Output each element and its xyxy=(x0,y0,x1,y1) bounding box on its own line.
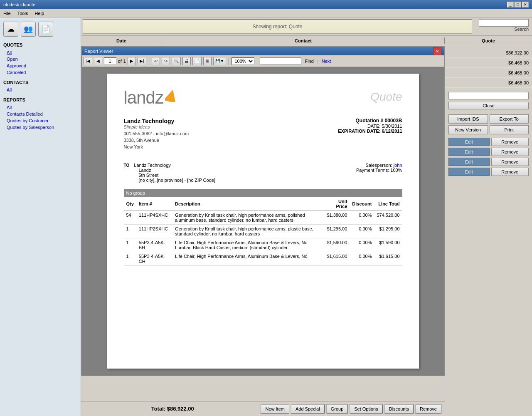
col-item: Item # xyxy=(136,197,172,211)
cloud-button[interactable]: ☁ xyxy=(3,22,18,37)
right-panel-close-button[interactable]: Close xyxy=(448,102,529,109)
sidebar-item-all-contacts[interactable]: All xyxy=(0,87,81,93)
rv-separator-2 xyxy=(229,57,229,65)
company-city: New York xyxy=(124,144,189,149)
table-group-label: No group xyxy=(124,189,402,197)
edit-button-1[interactable]: Edit xyxy=(448,138,490,146)
to-city: [no city], [no province] - [no ZIP Code] xyxy=(139,178,215,183)
col-unit-price: Unit Price xyxy=(324,197,350,211)
header-row: Showing report: Quote Search xyxy=(81,17,532,36)
rv-prev-page-btn[interactable]: ◀ xyxy=(94,57,102,65)
minimize-button[interactable]: _ xyxy=(507,2,514,7)
right-value-3: $6,468.00 xyxy=(445,68,532,78)
users-button[interactable]: 👥 xyxy=(21,22,36,37)
company-name: Landz Technology xyxy=(124,118,189,124)
rv-page-input[interactable] xyxy=(104,57,116,65)
rv-export-btn[interactable]: 💾▼ xyxy=(213,57,227,65)
export-to-button[interactable]: Export To xyxy=(490,114,529,124)
menu-bar: File Tools Help xyxy=(0,9,532,17)
company-info: Landz Technology Simple ideas 001 555-30… xyxy=(124,118,189,149)
row3-unit-price: $1,590.00 xyxy=(324,238,350,252)
remove-button[interactable]: Remove xyxy=(415,404,441,414)
sidebar-item-quotes-by-salesperson[interactable]: Quotes by Salesperson xyxy=(0,124,81,131)
to-address: TO Landz Technology Landz 5th Street [no… xyxy=(124,163,215,183)
row2-discount: 0.00% xyxy=(350,225,374,238)
sidebar-item-contacts-detailed[interactable]: Contacts Detailed xyxy=(0,111,81,117)
edit-button-2[interactable]: Edit xyxy=(448,148,490,156)
quote-column-header: Quote xyxy=(445,37,532,44)
edit-remove-row-4: Edit Remove xyxy=(445,167,532,177)
salesperson-info: Salesperson: john Payment Terms: 100% xyxy=(356,163,402,183)
right-panel-search-input[interactable] xyxy=(448,92,529,99)
import-export-row: Import IDS Export To xyxy=(448,114,529,124)
company-phone: 001 555-3082 - info@landz.com xyxy=(124,131,189,136)
to-name: Landz xyxy=(139,168,151,173)
main-search-input[interactable] xyxy=(479,19,529,27)
close-button[interactable]: ✕ xyxy=(522,2,529,7)
window-controls[interactable]: _ □ ✕ xyxy=(507,2,529,7)
sidebar-item-canceled[interactable]: Canceled xyxy=(0,69,81,76)
search-label: Search xyxy=(514,27,529,32)
row1-unit-price: $1,380.00 xyxy=(324,211,350,225)
rv-print-btn[interactable]: 🖨 xyxy=(182,57,191,65)
rv-first-page-btn[interactable]: |◀ xyxy=(84,57,92,65)
rv-find-label: Find xyxy=(305,59,313,64)
row4-item: 55P3-4-A5K-CH xyxy=(136,252,172,266)
discounts-button[interactable]: Discounts xyxy=(384,404,414,414)
sidebar-item-all-reports[interactable]: All xyxy=(0,104,81,111)
report-header-section: Landz Technology Simple ideas 001 555-30… xyxy=(124,118,402,156)
import-ids-button[interactable]: Import IDS xyxy=(448,114,488,124)
report-viewer-close-btn[interactable]: ✕ xyxy=(433,47,441,55)
edit-remove-row-2: Edit Remove xyxy=(445,147,532,157)
new-version-button[interactable]: New Version xyxy=(448,125,488,134)
payment-line: Payment Terms: 100% xyxy=(356,168,402,173)
rv-find-input[interactable] xyxy=(260,57,301,65)
help-menu[interactable]: Help xyxy=(33,10,46,16)
rv-next-page-btn[interactable]: ▶ xyxy=(128,57,136,65)
sidebar-item-all-quotes[interactable]: All xyxy=(0,49,81,56)
remove-button-2[interactable]: Remove xyxy=(491,148,529,156)
table-row: 54 111HP4SXHC Generation by Knoll task c… xyxy=(124,211,402,225)
users-icon: 👥 xyxy=(24,25,33,34)
edit-remove-row-1: Edit Remove xyxy=(445,137,532,147)
remove-button-3[interactable]: Remove xyxy=(491,158,529,166)
row4-unit-price: $1,615.00 xyxy=(324,252,350,266)
group-button[interactable]: Group xyxy=(326,404,348,414)
print-button[interactable]: Print xyxy=(490,125,529,134)
sidebar-item-quotes-by-customer[interactable]: Quotes by Customer xyxy=(0,117,81,124)
date-column-header: Date xyxy=(81,37,162,44)
rv-fwd-btn[interactable]: ↪ xyxy=(162,57,170,65)
remove-button-4[interactable]: Remove xyxy=(491,168,529,176)
table-header-row: Qty Item # Description Unit Price Discou… xyxy=(124,197,402,211)
rv-search-btn[interactable]: 🔍 xyxy=(172,57,181,65)
remove-button-1[interactable]: Remove xyxy=(491,138,529,146)
report-logo-area: landz Quote xyxy=(124,86,402,109)
maximize-button[interactable]: □ xyxy=(515,2,521,7)
set-options-button[interactable]: Set Options xyxy=(350,404,382,414)
rv-last-page-btn[interactable]: ▶| xyxy=(138,57,146,65)
tools-menu[interactable]: Tools xyxy=(16,10,30,16)
col-qty: Qty xyxy=(124,197,136,211)
rv-fit-btn[interactable]: ⊞ xyxy=(203,57,212,65)
rv-page-btn[interactable]: 📄 xyxy=(192,57,202,65)
row3-description: Life Chair, High Performance Arms, Alumi… xyxy=(172,238,324,252)
col-line-total: Line Total xyxy=(374,197,402,211)
rv-zoom-select[interactable]: 100% 75% 50% 150% xyxy=(232,57,254,65)
add-special-button[interactable]: Add Special xyxy=(291,404,325,414)
document-button[interactable]: 📄 xyxy=(38,22,53,37)
title-bar: ofcdesk idquote _ □ ✕ xyxy=(0,0,532,9)
file-menu[interactable]: File xyxy=(2,10,12,16)
document-icon: 📄 xyxy=(41,25,50,34)
version-print-row: New Version Print xyxy=(448,125,529,134)
sidebar-item-open[interactable]: Open xyxy=(0,56,81,62)
edit-button-3[interactable]: Edit xyxy=(448,158,490,166)
row2-unit-price: $1,295.00 xyxy=(324,225,350,238)
row1-qty: 54 xyxy=(124,211,136,225)
rv-back-btn[interactable]: ↩ xyxy=(152,57,160,65)
new-item-button[interactable]: New Item xyxy=(261,404,289,414)
row1-description: Generation by Knoll task chair, high per… xyxy=(172,211,324,225)
sidebar-item-approved[interactable]: Approved xyxy=(0,62,81,69)
rv-next-label[interactable]: Next xyxy=(322,59,331,64)
edit-button-4[interactable]: Edit xyxy=(448,168,490,176)
below-viewer-area xyxy=(81,376,445,401)
